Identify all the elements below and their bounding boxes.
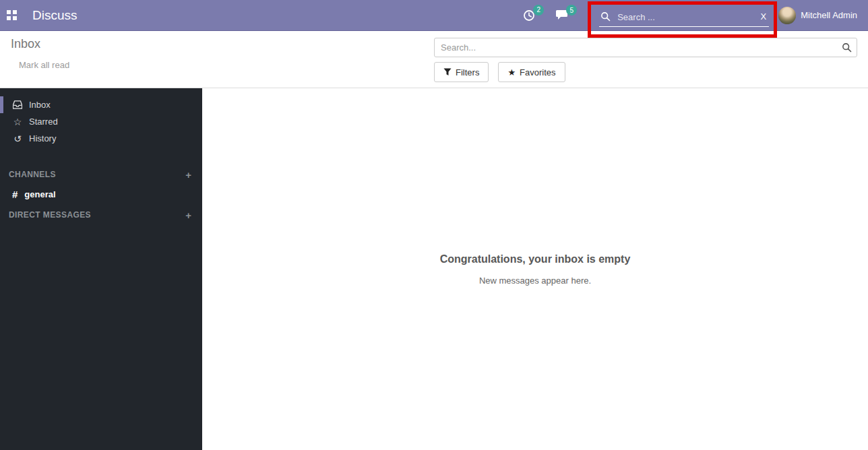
discuss-sidebar: Inbox ☆ Starred ↺ History CHANNELS + # g…	[0, 88, 202, 450]
top-navbar: Discuss 2 5	[0, 0, 868, 31]
history-icon: ↺	[12, 133, 23, 144]
channels-section-title: CHANNELS	[9, 170, 56, 179]
searchview	[434, 38, 857, 57]
channels-section: CHANNELS + # general	[0, 167, 202, 203]
direct-messages-section-title: DIRECT MESSAGES	[9, 210, 91, 220]
sidebar-item-inbox[interactable]: Inbox	[0, 96, 202, 113]
empty-state-subtitle: New messages appear here.	[202, 276, 868, 286]
user-menu[interactable]: Mitchell Admin	[778, 7, 857, 24]
search-icon[interactable]	[842, 42, 852, 53]
control-panel: Inbox Mark all read Filters ★	[0, 31, 868, 88]
sidebar-item-label: Starred	[29, 117, 58, 127]
mark-all-read-button[interactable]: Mark all read	[19, 60, 69, 70]
empty-state-title: Congratulations, your inbox is empty	[202, 253, 868, 265]
sidebar-item-label: Inbox	[29, 100, 51, 110]
content-area: Inbox ☆ Starred ↺ History CHANNELS + # g…	[0, 88, 868, 450]
thread-panel: Congratulations, your inbox is empty New…	[202, 88, 868, 450]
messages-button[interactable]: 5	[555, 9, 568, 21]
sidebar-item-label: History	[29, 133, 56, 143]
control-panel-right: Filters ★ Favorites	[434, 31, 868, 88]
systray-search-input[interactable]	[617, 12, 756, 22]
favorite-star-icon: ★	[507, 67, 516, 77]
search-icon	[600, 11, 611, 22]
discuss-app-window: Discuss 2 5	[0, 0, 868, 450]
add-direct-message-button[interactable]: +	[185, 210, 191, 220]
control-panel-left: Inbox Mark all read	[0, 31, 434, 88]
inbox-icon	[12, 100, 23, 109]
star-icon: ☆	[12, 117, 23, 127]
search-input[interactable]	[434, 38, 857, 57]
user-name: Mitchell Admin	[801, 10, 857, 20]
systray-search-box: X	[599, 4, 769, 27]
search-options: Filters ★ Favorites	[434, 62, 857, 82]
add-channel-button[interactable]: +	[185, 170, 191, 180]
app-title[interactable]: Discuss	[32, 8, 78, 23]
hash-icon: #	[12, 189, 18, 200]
activities-button[interactable]: 2	[523, 9, 535, 22]
channel-item-general[interactable]: # general	[0, 185, 202, 203]
favorites-button[interactable]: ★ Favorites	[498, 62, 565, 82]
activity-count-badge: 2	[533, 5, 544, 15]
filters-button[interactable]: Filters	[434, 62, 489, 82]
sidebar-item-history[interactable]: ↺ History	[0, 130, 202, 147]
apps-menu-icon[interactable]	[7, 10, 17, 20]
channel-label: general	[24, 189, 55, 199]
empty-inbox-state: Congratulations, your inbox is empty New…	[202, 253, 868, 286]
messages-count-badge: 5	[566, 5, 577, 15]
direct-messages-section: DIRECT MESSAGES +	[0, 207, 202, 222]
filters-label: Filters	[456, 67, 479, 77]
breadcrumb[interactable]: Inbox	[11, 37, 434, 51]
sidebar-item-starred[interactable]: ☆ Starred	[0, 113, 202, 130]
systray: 2 5 X Mitchell Admin	[523, 4, 857, 27]
filter-funnel-icon	[443, 68, 452, 76]
user-avatar	[778, 7, 796, 24]
clear-search-button[interactable]: X	[761, 11, 767, 22]
favorites-label: Favorites	[520, 67, 555, 77]
